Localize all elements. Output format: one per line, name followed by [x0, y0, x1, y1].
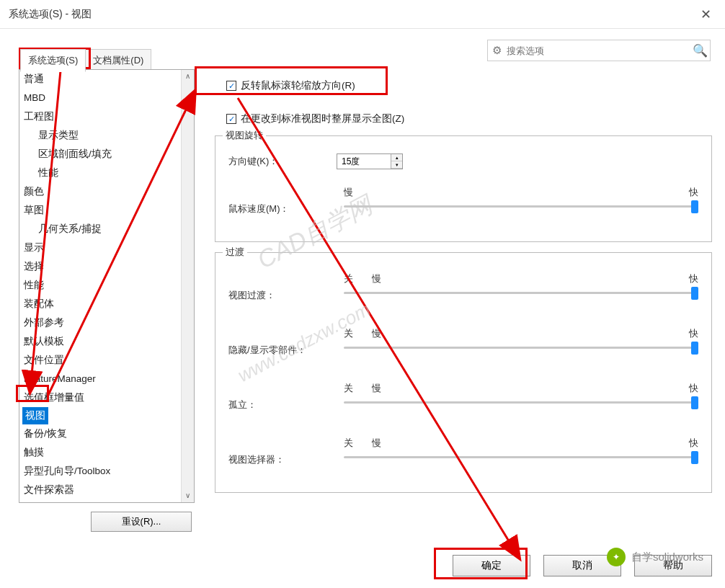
- tree-item[interactable]: 文件探索器: [19, 481, 181, 499]
- tree-item[interactable]: 异型孔向导/Toolbox: [19, 462, 181, 481]
- reset-button[interactable]: 重设(R)...: [91, 512, 192, 532]
- tree-item[interactable]: 选值框增量值: [19, 388, 181, 407]
- isolate-slider[interactable]: 关慢快: [344, 394, 698, 416]
- search-input[interactable]: [505, 41, 690, 60]
- arrow-key-label: 方向键(K)：: [228, 155, 337, 168]
- arrow-key-value: 15度: [337, 156, 391, 168]
- scrollbar[interactable]: ∧ ∨: [181, 70, 194, 502]
- tree-item[interactable]: 装配体: [19, 295, 181, 313]
- checkbox-zoom-fit[interactable]: ✓: [226, 114, 236, 124]
- hide-show-slider[interactable]: 关慢快: [344, 339, 698, 361]
- tab-system-options[interactable]: 系统选项(S): [20, 49, 86, 72]
- tree-item[interactable]: 草图: [19, 201, 181, 220]
- tree-item[interactable]: 普通: [19, 70, 181, 89]
- spinner-up-icon[interactable]: ▴: [391, 154, 402, 161]
- tree-item[interactable]: 颜色: [19, 182, 181, 201]
- search-box[interactable]: ⚙ 🔍: [487, 40, 711, 61]
- tree-item[interactable]: 默认模板: [19, 332, 181, 351]
- checkbox-reverse-wheel[interactable]: ✓: [226, 81, 236, 91]
- gear-icon: ⚙: [488, 44, 505, 57]
- isolate-label: 孤立：: [228, 398, 337, 411]
- view-transition-slider[interactable]: 关慢快: [344, 285, 698, 306]
- checkbox-reverse-wheel-label: 反转鼠标滚轮缩放方向(R): [241, 79, 355, 92]
- wechat-watermark: ✦ 自学solidworks: [607, 548, 703, 566]
- tree-item[interactable]: 触摸: [19, 443, 181, 462]
- spinner-down-icon[interactable]: ▾: [391, 161, 402, 169]
- hide-show-label: 隐藏/显示零部件：: [228, 344, 337, 357]
- tree-item[interactable]: 性能: [19, 276, 181, 295]
- search-icon[interactable]: 🔍: [690, 43, 710, 58]
- group-view-rotation: 视图旋转 方向键(K)： 15度 ▴ ▾ 鼠标速度(M)： 慢快: [215, 135, 712, 242]
- mouse-speed-slider[interactable]: 慢快: [344, 198, 698, 220]
- tree-item[interactable]: 显示: [19, 239, 181, 257]
- tree-item[interactable]: 选择: [19, 257, 181, 276]
- tree-item[interactable]: 工程图: [19, 107, 181, 126]
- wechat-icon: ✦: [607, 548, 626, 566]
- scroll-up-icon[interactable]: ∧: [182, 70, 194, 83]
- tree-item[interactable]: 几何关系/捕捉: [19, 220, 181, 239]
- group-transition: 过渡 视图过渡： 关慢快 隐藏/显示零部件： 关慢快 孤立： 关慢快: [215, 252, 712, 493]
- options-tree-panel: 普通MBD工程图显示类型区域剖面线/填充性能颜色草图几何关系/捕捉显示选择性能装…: [19, 69, 195, 503]
- tree-item-selected[interactable]: 视图: [22, 407, 48, 424]
- arrow-key-spinner[interactable]: 15度 ▴ ▾: [337, 153, 403, 169]
- tree-item[interactable]: MBD: [19, 89, 181, 107]
- checkbox-zoom-fit-label: 在更改到标准视图时整屏显示全图(Z): [241, 112, 404, 125]
- view-selector-label: 视图选择器：: [228, 453, 337, 466]
- window-title: 系统选项(S) - 视图: [9, 8, 695, 21]
- scroll-down-icon[interactable]: ∨: [182, 489, 194, 502]
- tree-item[interactable]: 备份/恢复: [19, 424, 181, 443]
- mouse-speed-label: 鼠标速度(M)：: [228, 202, 337, 215]
- ok-button[interactable]: 确定: [453, 555, 530, 576]
- tree-item[interactable]: FeatureManager: [19, 370, 181, 388]
- tree-item[interactable]: 外部参考: [19, 313, 181, 332]
- tree-item[interactable]: 文件位置: [19, 351, 181, 370]
- group-transition-title: 过渡: [223, 246, 247, 259]
- tree-item[interactable]: 性能: [19, 164, 181, 182]
- view-selector-slider[interactable]: 关慢快: [344, 449, 698, 471]
- tree-item[interactable]: 区域剖面线/填充: [19, 145, 181, 164]
- close-icon[interactable]: ✕: [695, 6, 716, 22]
- view-transition-label: 视图过渡：: [228, 289, 337, 302]
- tree-item[interactable]: 显示类型: [19, 126, 181, 145]
- group-view-rotation-title: 视图旋转: [223, 129, 266, 142]
- tree-item[interactable]: 搜索: [19, 499, 181, 503]
